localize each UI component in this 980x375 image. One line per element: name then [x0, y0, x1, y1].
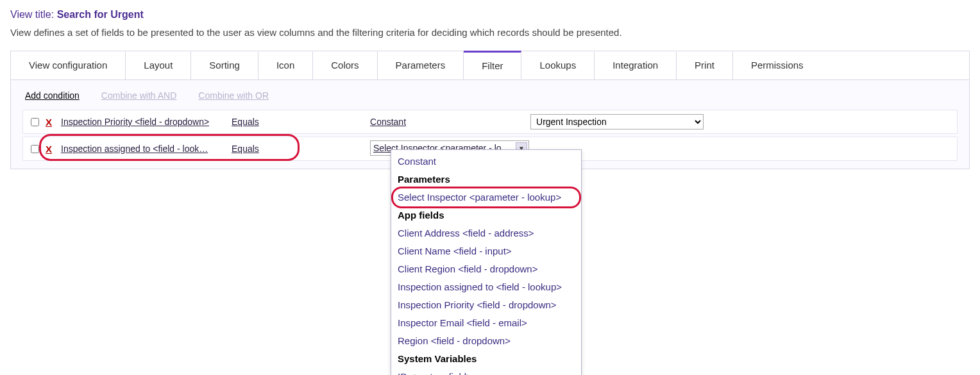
- tab-icon[interactable]: Icon: [258, 51, 313, 79]
- combine-and-link: Combine with AND: [101, 90, 177, 101]
- condition-value-select[interactable]: Urgent Inspection: [530, 114, 704, 129]
- dropdown-item-select-inspector[interactable]: Select Inspector <parameter - lookup>: [391, 188, 581, 206]
- tab-view-configuration[interactable]: View configuration: [11, 51, 126, 79]
- dropdown-item-constant[interactable]: Constant: [391, 153, 581, 171]
- dropdown-heading-parameters: Parameters: [391, 171, 581, 188]
- page-description: View defines a set of fields to be prese…: [10, 27, 970, 38]
- page-title-value: Search for Urgent: [57, 9, 144, 20]
- tab-parameters[interactable]: Parameters: [378, 51, 464, 79]
- add-condition-link[interactable]: Add condition: [25, 90, 80, 101]
- condition-operator-link[interactable]: Equals: [232, 117, 267, 127]
- tab-layout[interactable]: Layout: [126, 51, 191, 79]
- tab-print[interactable]: Print: [677, 51, 733, 79]
- filter-actions: Add condition Combine with AND Combine w…: [25, 90, 958, 101]
- row-checkbox[interactable]: [31, 118, 39, 126]
- page-title: View title: Search for Urgent: [10, 9, 970, 21]
- row-checkbox[interactable]: [31, 145, 39, 153]
- rhs-type-dropdown[interactable]: Constant Parameters Select Inspector <pa…: [391, 149, 582, 225]
- tab-colors[interactable]: Colors: [313, 51, 377, 79]
- delete-row-icon[interactable]: X: [46, 144, 52, 154]
- combine-or-link: Combine with OR: [198, 90, 269, 101]
- dropdown-heading-app-fields: App fields: [391, 206, 581, 224]
- condition-field-link[interactable]: Inspection assigned to <field - look…: [61, 144, 225, 154]
- dropdown-item-client-address[interactable]: Client Address <field - address>: [391, 224, 581, 225]
- tab-integration[interactable]: Integration: [595, 51, 677, 79]
- condition-row: X Inspection Priority <field - dropdown>…: [22, 110, 958, 134]
- tab-permissions[interactable]: Permissions: [733, 51, 822, 79]
- page-title-prefix: View title:: [10, 9, 57, 20]
- view-editor-page: View title: Search for Urgent View defin…: [0, 0, 980, 225]
- condition-rhs-type-link[interactable]: Constant: [370, 117, 530, 127]
- tab-lookups[interactable]: Lookups: [521, 51, 595, 79]
- tab-sorting[interactable]: Sorting: [191, 51, 258, 79]
- delete-row-icon[interactable]: X: [46, 117, 52, 128]
- tabs-bar: View configuration Layout Sorting Icon C…: [10, 51, 970, 79]
- condition-field-link[interactable]: Inspection Priority <field - dropdown>: [61, 117, 225, 127]
- condition-operator-link[interactable]: Equals: [232, 144, 267, 154]
- tab-filter[interactable]: Filter: [464, 51, 521, 79]
